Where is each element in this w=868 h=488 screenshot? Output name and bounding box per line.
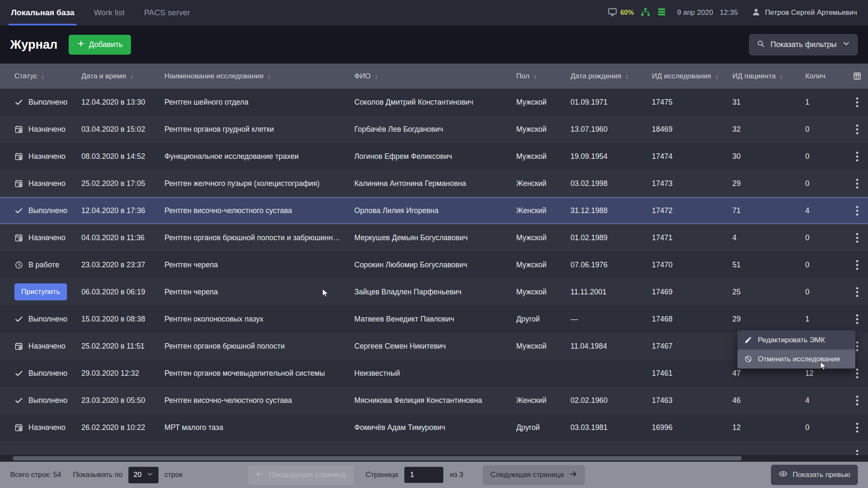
tab-1[interactable]: Work list bbox=[94, 0, 124, 25]
sort-down-icon[interactable]: ↓ bbox=[715, 72, 718, 80]
table-row[interactable]: Назначено03.04.2020 в 15:02Рентген орган… bbox=[0, 116, 868, 143]
status-label: Выполнено bbox=[28, 206, 67, 215]
table-row[interactable]: Выполнено12.04.2020 в 17:36Рентген височ… bbox=[0, 197, 868, 224]
filters-button[interactable]: Показать фильтры bbox=[749, 34, 858, 55]
row-menu-button[interactable] bbox=[854, 122, 861, 137]
pencil-icon bbox=[744, 336, 752, 344]
cell-study-id: 17461 bbox=[652, 369, 732, 378]
cell-birth-date: 13.07.1960 bbox=[570, 125, 652, 134]
inprogress-status-icon bbox=[14, 261, 23, 269]
cell-patient-name: Зайцев Владлен Парфеньевич bbox=[354, 288, 516, 297]
column-header-2[interactable]: Наименование исследования↓ bbox=[164, 72, 354, 80]
row-menu-button[interactable] bbox=[854, 149, 861, 164]
page-input[interactable] bbox=[404, 467, 443, 483]
context-menu: Редактировать ЭМКОтменить исследование bbox=[737, 330, 855, 369]
add-button[interactable]: Добавить bbox=[69, 35, 131, 55]
tab-2[interactable]: PACS server bbox=[144, 0, 190, 25]
row-menu-button[interactable] bbox=[854, 203, 861, 218]
cell-study-id: 17468 bbox=[652, 315, 732, 324]
row-menu-button[interactable] bbox=[854, 176, 861, 191]
column-header-4[interactable]: Пол↓ bbox=[516, 72, 570, 80]
cell-study-id: 17467 bbox=[652, 342, 732, 351]
add-button-label: Добавить bbox=[89, 40, 123, 49]
cell-study-id: 17469 bbox=[652, 288, 732, 297]
cell-count: 0 bbox=[805, 125, 846, 134]
row-menu-button[interactable] bbox=[854, 393, 861, 408]
row-menu-button[interactable] bbox=[854, 95, 861, 110]
cell-patient-id: 31 bbox=[732, 98, 805, 107]
row-menu-button[interactable] bbox=[854, 420, 861, 435]
monitor-icon bbox=[607, 7, 618, 19]
cell-patient-name: Логинов Ефрем Феликсович bbox=[354, 152, 516, 161]
row-menu-button[interactable] bbox=[854, 285, 861, 299]
cell-patient-name: Сорокин Любомир Богуславович bbox=[354, 261, 516, 269]
table-row[interactable]: Назначено04.03.2020 в 11:36Рентген орган… bbox=[0, 224, 868, 251]
status-label: Назначено bbox=[28, 179, 65, 188]
column-settings-button[interactable] bbox=[846, 72, 868, 80]
cell-datetime: 23.03.2020 в 05:50 bbox=[81, 396, 164, 405]
cell-study-name: Рентген височно-челюстного сустава bbox=[164, 206, 354, 215]
column-header-7[interactable]: ИД пациента↓ bbox=[732, 72, 805, 80]
row-menu-button[interactable] bbox=[854, 447, 861, 455]
rows-word-label: строк bbox=[164, 471, 183, 479]
row-menu-button[interactable] bbox=[854, 230, 861, 245]
sort-down-icon[interactable]: ↓ bbox=[41, 72, 45, 80]
next-page-button[interactable]: Следующая страница bbox=[483, 465, 585, 485]
row-menu-button[interactable] bbox=[854, 312, 861, 327]
cell-patient-id: 4 bbox=[732, 233, 805, 242]
column-header-5[interactable]: Дата рождения↓ bbox=[570, 72, 652, 80]
cell-study-name: Рентген органов брюшной полости bbox=[164, 342, 354, 351]
cell-study-name: Рентген органов грудной клетки bbox=[164, 125, 354, 134]
sort-down-icon[interactable]: ↓ bbox=[267, 72, 271, 80]
table-row[interactable]: Приступить06.03.2020 в 06:19Рентген чере… bbox=[0, 278, 868, 305]
column-header-6[interactable]: ИД исследования↓ bbox=[652, 72, 732, 80]
context-menu-item[interactable]: Отменить исследование bbox=[737, 349, 855, 369]
cell-count: 0 bbox=[805, 423, 846, 432]
start-study-button[interactable]: Приступить bbox=[14, 283, 67, 300]
tab-0[interactable]: Локальная база bbox=[11, 0, 74, 25]
cell-gender: Женский bbox=[516, 206, 570, 215]
table-body: Выполнено12.04.2020 в 13:30Рентген шейно… bbox=[0, 89, 868, 455]
per-page-label: Показывать по bbox=[73, 471, 122, 479]
sort-down-icon[interactable]: ↓ bbox=[533, 72, 537, 80]
cell-datetime: 26.02.2020 в 10:22 bbox=[81, 423, 164, 432]
cell-count: 1 bbox=[805, 315, 846, 324]
sort-down-icon[interactable]: ↓ bbox=[374, 72, 378, 80]
cell-birth-date: 11.11.2001 bbox=[570, 288, 652, 297]
table-row[interactable]: Назначено08.03.2020 в 14:52Функционально… bbox=[0, 143, 868, 170]
show-preview-button[interactable]: Показать превью bbox=[771, 465, 858, 485]
column-header-0[interactable]: Статус↓ bbox=[8, 72, 81, 80]
cell-datetime: 12.04.2020 в 13:30 bbox=[81, 98, 164, 107]
table-row[interactable]: Назначено25.02.2020 в 17:05Рентген желчн… bbox=[0, 170, 868, 197]
sort-down-icon[interactable]: ↓ bbox=[625, 72, 629, 80]
per-page-select[interactable]: 20 bbox=[128, 467, 159, 483]
table-row[interactable]: Выполнено12.04.2020 в 13:30Рентген шейно… bbox=[0, 89, 868, 116]
scheduled-status-icon bbox=[14, 125, 23, 134]
cell-study-id: 16996 bbox=[652, 423, 732, 432]
context-menu-item[interactable]: Редактировать ЭМК bbox=[737, 330, 855, 349]
column-header-8[interactable]: Колич bbox=[805, 72, 846, 80]
cell-birth-date: 01.09.1971 bbox=[570, 98, 652, 107]
table-row[interactable]: Выполнено23.03.2020 в 05:50Рентген височ… bbox=[0, 387, 868, 414]
eye-icon bbox=[779, 469, 787, 480]
table-row[interactable]: В работе23.03.2020 в 23:37Рентген черепа… bbox=[0, 251, 868, 278]
sort-down-icon[interactable]: ↓ bbox=[130, 72, 133, 80]
cell-patient-name: Калинина Антонина Германовна bbox=[354, 179, 516, 188]
horizontal-scrollbar[interactable] bbox=[0, 455, 868, 462]
clock: 9 апр 2020 12:35 bbox=[677, 8, 738, 17]
column-header-3[interactable]: ФИО↓ bbox=[354, 72, 516, 80]
cell-count: 0 bbox=[805, 261, 846, 269]
status-label: Назначено bbox=[28, 423, 65, 432]
sort-down-icon[interactable]: ↓ bbox=[779, 72, 783, 80]
column-header-1[interactable]: Дата и время↓ bbox=[81, 72, 164, 80]
table-row[interactable]: Выполнено15.03.2020 в 08:38Рентген около… bbox=[0, 305, 868, 333]
scrollbar-thumb[interactable] bbox=[13, 456, 742, 460]
row-menu-button[interactable] bbox=[854, 258, 861, 272]
previous-page-button[interactable]: Предыдущая страница bbox=[248, 465, 354, 485]
table-row[interactable] bbox=[0, 441, 868, 455]
user-menu[interactable]: Петров Сергей Артемьевич bbox=[751, 7, 857, 19]
cell-birth-date: 01.02.1989 bbox=[570, 233, 652, 242]
cell-study-name: Рентген околоносовых пазух bbox=[164, 315, 354, 324]
status-cell: Выполнено bbox=[14, 98, 75, 107]
table-row[interactable]: Назначено26.02.2020 в 10:22МРТ малого та… bbox=[0, 414, 868, 441]
